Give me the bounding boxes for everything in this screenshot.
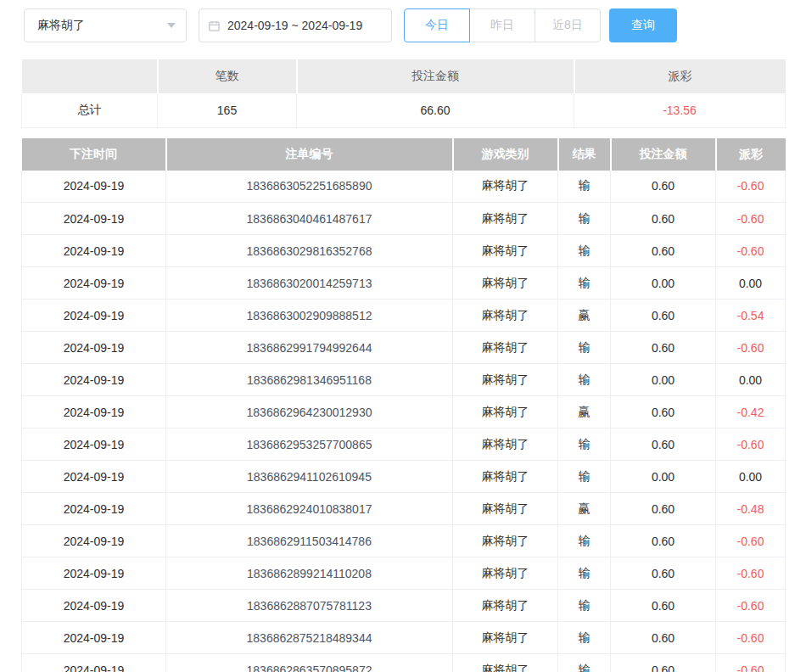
summary-total-payout: -13.56 <box>574 93 786 127</box>
col-header-game-category: 游戏类别 <box>453 138 558 171</box>
cell-game: 麻将胡了 <box>453 235 558 267</box>
col-header-bet-time: 下注时间 <box>22 138 166 171</box>
cell-result: 赢 <box>558 493 611 525</box>
cell-game: 麻将胡了 <box>453 461 558 493</box>
cell-time: 2024-09-19 <box>22 364 166 396</box>
cell-order: 1836862981346951168 <box>166 364 453 396</box>
date-range-value: 2024-09-19 ~ 2024-09-19 <box>227 19 362 32</box>
cell-payout: -0.60 <box>716 332 786 364</box>
cell-payout: -0.42 <box>716 396 786 428</box>
cell-order: 1836862924010838017 <box>166 493 453 525</box>
cell-amount: 0.00 <box>611 364 716 396</box>
table-row: 2024-09-191836862981346951168麻将胡了输0.000.… <box>22 364 786 396</box>
cell-game: 麻将胡了 <box>453 525 558 557</box>
cell-order: 1836862899214110208 <box>166 557 453 590</box>
cell-order: 1836862991794992644 <box>166 332 453 364</box>
cell-amount: 0.60 <box>611 622 716 654</box>
cell-payout: -0.60 <box>716 590 786 622</box>
cell-time: 2024-09-19 <box>22 461 166 493</box>
cell-time: 2024-09-19 <box>22 171 166 203</box>
chevron-down-icon <box>167 23 176 28</box>
filter-last8days-button[interactable]: 近8日 <box>535 8 601 42</box>
cell-result: 输 <box>558 428 611 461</box>
cell-amount: 0.60 <box>611 235 716 267</box>
cell-amount: 0.60 <box>611 654 716 672</box>
cell-result: 输 <box>558 622 611 654</box>
cell-result: 输 <box>558 654 611 672</box>
cell-game: 麻将胡了 <box>453 267 558 300</box>
toolbar: 麻将胡了 2024-09-19 ~ 2024-09-19 今日 昨日 近8日 查… <box>0 0 806 42</box>
table-row: 2024-09-191836863020014259713麻将胡了输0.000.… <box>22 267 786 300</box>
filter-yesterday-button[interactable]: 昨日 <box>469 8 535 42</box>
summary-total-label: 总计 <box>22 93 158 127</box>
cell-amount: 0.00 <box>611 461 716 493</box>
query-button[interactable]: 查询 <box>609 8 677 42</box>
cell-game: 麻将胡了 <box>453 332 558 364</box>
summary-total-count: 165 <box>158 93 297 127</box>
cell-game: 麻将胡了 <box>453 590 558 622</box>
cell-game: 麻将胡了 <box>453 171 558 203</box>
table-row: 2024-09-191836862875218489344麻将胡了输0.60-0… <box>22 622 786 654</box>
cell-game: 麻将胡了 <box>453 300 558 332</box>
calendar-icon <box>208 20 221 32</box>
cell-time: 2024-09-19 <box>22 493 166 525</box>
cell-result: 输 <box>558 171 611 203</box>
cell-game: 麻将胡了 <box>453 428 558 461</box>
cell-payout: -0.60 <box>716 428 786 461</box>
cell-payout: 0.00 <box>716 364 786 396</box>
cell-game: 麻将胡了 <box>453 557 558 590</box>
cell-payout: -0.60 <box>716 557 786 590</box>
cell-result: 输 <box>558 203 611 235</box>
cell-order: 1836863040461487617 <box>166 203 453 235</box>
cell-amount: 0.60 <box>611 332 716 364</box>
cell-time: 2024-09-19 <box>22 332 166 364</box>
summary-header-row: 笔数 投注金额 派彩 <box>22 59 786 93</box>
game-select-value: 麻将胡了 <box>37 18 85 33</box>
cell-result: 输 <box>558 557 611 590</box>
cell-order: 1836862941102610945 <box>166 461 453 493</box>
cell-time: 2024-09-19 <box>22 428 166 461</box>
cell-game: 麻将胡了 <box>453 654 558 672</box>
table-row: 2024-09-191836863002909888512麻将胡了赢0.60-0… <box>22 300 786 332</box>
table-row: 2024-09-191836862991794992644麻将胡了输0.60-0… <box>22 332 786 364</box>
table-row: 2024-09-191836862924010838017麻将胡了赢0.60-0… <box>22 493 786 525</box>
cell-result: 输 <box>558 525 611 557</box>
cell-order: 1836863020014259713 <box>166 267 453 300</box>
table-row: 2024-09-191836862887075781123麻将胡了输0.60-0… <box>22 590 786 622</box>
cell-payout: -0.60 <box>716 171 786 203</box>
bet-table-body: 2024-09-191836863052251685890麻将胡了输0.60-0… <box>22 171 786 672</box>
table-row: 2024-09-191836862863570895872麻将胡了输0.60-0… <box>22 654 786 672</box>
table-row: 2024-09-191836862941102610945麻将胡了输0.000.… <box>22 461 786 493</box>
cell-amount: 0.60 <box>611 171 716 203</box>
cell-order: 1836862911503414786 <box>166 525 453 557</box>
summary-header-count: 笔数 <box>158 59 297 93</box>
cell-time: 2024-09-19 <box>22 235 166 267</box>
date-range-picker[interactable]: 2024-09-19 ~ 2024-09-19 <box>199 8 392 42</box>
table-row: 2024-09-191836863040461487617麻将胡了输0.60-0… <box>22 203 786 235</box>
cell-order: 1836862964230012930 <box>166 396 453 428</box>
cell-result: 赢 <box>558 396 611 428</box>
cell-time: 2024-09-19 <box>22 590 166 622</box>
cell-order: 1836863052251685890 <box>166 171 453 203</box>
cell-order: 1836863002909888512 <box>166 300 453 332</box>
cell-result: 赢 <box>558 300 611 332</box>
cell-payout: -0.60 <box>716 235 786 267</box>
cell-payout: -0.60 <box>716 525 786 557</box>
cell-order: 1836862863570895872 <box>166 654 453 672</box>
cell-time: 2024-09-19 <box>22 557 166 590</box>
cell-time: 2024-09-19 <box>22 396 166 428</box>
summary-header-blank <box>22 59 158 93</box>
cell-amount: 0.60 <box>611 300 716 332</box>
cell-time: 2024-09-19 <box>22 654 166 672</box>
cell-amount: 0.00 <box>611 267 716 300</box>
cell-time: 2024-09-19 <box>22 203 166 235</box>
cell-amount: 0.60 <box>611 428 716 461</box>
game-select[interactable]: 麻将胡了 <box>24 8 187 42</box>
col-header-order-number: 注单编号 <box>166 138 453 171</box>
cell-amount: 0.60 <box>611 493 716 525</box>
cell-payout: -0.48 <box>716 493 786 525</box>
cell-result: 输 <box>558 332 611 364</box>
cell-time: 2024-09-19 <box>22 622 166 654</box>
filter-today-button[interactable]: 今日 <box>404 8 470 42</box>
table-row: 2024-09-191836862953257700865麻将胡了输0.60-0… <box>22 428 786 461</box>
